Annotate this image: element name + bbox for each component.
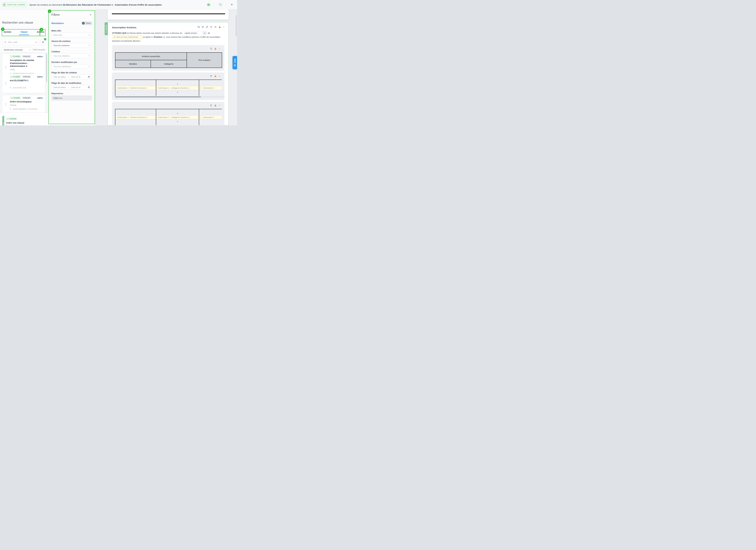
drag-handle-icon[interactable] — [5, 82, 6, 85]
clause-side-tab[interactable]: CLAUSE — [105, 22, 108, 35]
gavel-icon — [11, 56, 13, 57]
paragraph-line-1: ATTENDU QUE la Fiducie désire souscrire … — [112, 31, 225, 35]
capital-actions-select[interactable]: capital-actions — [183, 31, 207, 35]
unlocked-lock-icon[interactable] — [214, 75, 217, 77]
table-row-card: Actionnaire 1 - Nombre d'actions 2 « Act… — [112, 102, 224, 125]
document-page-top — [108, 9, 229, 20]
creator-placeholder: Tous les créateurs — [53, 55, 70, 57]
prix-input-cell: Actionnaire 1 - — [199, 109, 222, 125]
modified-range-picker[interactable]: Date de début – Date de fin — [51, 85, 92, 89]
unlocked-lock-icon[interactable] — [218, 26, 221, 28]
clause-card-subtitle: Trousse — [10, 104, 43, 106]
clause-card-tags: AUCUN MOT-CLÉ — [10, 87, 43, 89]
nombre-actions-input[interactable]: Actionnaire 1 - Nombre d'actions 1 — [115, 86, 156, 90]
actions-row-table: Actionnaire 1 - Nombre d'actions 2 « Act… — [115, 109, 222, 125]
chevron-down-icon — [88, 44, 90, 46]
search-input[interactable] — [8, 41, 34, 43]
prix-unitaire-input[interactable]: Actionnaire 1 - — [201, 86, 222, 90]
create-clause-card[interactable]: CLAUSE Créer une clause Pour ajouter fai… — [2, 116, 45, 125]
date-start-placeholder: Date de début — [53, 86, 66, 88]
document-scrollbar-thumb[interactable] — [236, 15, 237, 36]
unlocked-lock-icon[interactable] — [214, 47, 217, 50]
sidebar-scrollbar[interactable] — [46, 54, 47, 82]
tab-clause[interactable]: Clause — [21, 30, 28, 35]
drag-handle-icon[interactable] — [5, 103, 6, 106]
nombre-actions-input[interactable]: Actionnaire 1 - Nombre d'actions 2 — [115, 115, 156, 119]
date-end-placeholder: Date de fin — [71, 76, 81, 78]
tags-text: AVERTISSEMENT, UTILISATION — [13, 108, 37, 110]
unlocked-lock-icon[interactable] — [214, 104, 217, 107]
directories-field: Edilex Inc. — [51, 95, 92, 101]
categorie-actions-input[interactable]: Actionnaire 1 - Catégorie d'actions 1 — [156, 86, 199, 90]
directories-label: Répertoires — [51, 92, 63, 95]
chevron-down-icon — [88, 34, 90, 36]
delete-trash-icon[interactable] — [210, 104, 212, 107]
categorie-cell: Catégorie — [151, 60, 187, 68]
date-end-placeholder: Date de fin — [71, 86, 81, 88]
create-clause-panel: CLAUSE Créer une clause Pour ajouter fai… — [0, 113, 48, 125]
history-icon[interactable] — [197, 26, 200, 28]
filters-panel: Filtres ✕ Réinitialiser 1 Filtres Mots-c… — [48, 9, 95, 125]
avatar[interactable]: SK — [207, 3, 211, 7]
source-select[interactable]: Tous les contenus — [51, 43, 92, 48]
horizontal-scrollbar-thumb[interactable] — [115, 96, 201, 97]
clause-badge-label: CLAUSE — [13, 55, 20, 57]
date-start-placeholder: Date de début — [53, 76, 66, 78]
kebab-menu-icon[interactable] — [219, 48, 221, 50]
badge-row: CLAUSE PUBLIÉE edilex — [10, 55, 43, 58]
status-badge: PUBLIÉE — [22, 75, 31, 78]
create-clause-title: Créer une clause — [6, 121, 43, 124]
categorie-input-cell: « Actionnaire 1 - Catégorie d'actions 2 … — [156, 109, 199, 125]
clause-card[interactable]: CLAUSE PUBLIÉE edilex test ELIZABETH 1 A… — [2, 74, 45, 93]
nombre-input-cell: Actionnaire 1 - Nombre d'actions 2 — [115, 109, 156, 125]
modified-by-select[interactable]: Tous les utilisateurs — [51, 64, 92, 69]
edit-pencil-icon[interactable] — [206, 26, 208, 28]
replace-repeat-icon[interactable] — [214, 26, 217, 28]
kebab-menu-icon[interactable] — [223, 26, 225, 28]
created-range-label: Plage de date de création — [51, 71, 77, 74]
help-side-tab[interactable]: Aide — [233, 56, 237, 69]
ajout-de-clauses-button[interactable]: » AJOUT DE CLAUSES — [2, 3, 27, 7]
creator-select[interactable]: Tous les créateurs — [51, 54, 92, 58]
create-card-drag-bar[interactable] — [2, 116, 4, 125]
clause-type-badge: CLAUSE — [10, 75, 21, 78]
create-clause-description: Pour ajouter faire glisser vers la table… — [6, 125, 43, 125]
actions-row-table: Actionnaire 1 - Nombre d'actions 1 « Act… — [115, 80, 222, 96]
modified-range-label: Plage de date de modification — [51, 82, 81, 84]
paragraph-line-2: A- nom ou nom commercial (ci-après l'« É… — [112, 35, 225, 39]
drag-handle-icon[interactable] — [5, 66, 6, 68]
clause-card-title: Ordre chronologique — [10, 100, 43, 103]
gavel-icon — [7, 118, 9, 120]
badge-row: CLAUSE PUBLIÉE edilex — [10, 75, 43, 78]
chevron-down-icon — [29, 49, 31, 51]
sort-icon[interactable] — [35, 41, 37, 43]
filters-close-icon[interactable]: ✕ — [90, 13, 91, 16]
clause-type-badge: CLAUSE — [10, 55, 21, 58]
categorie-actions-input[interactable]: Actionnaire 1 - Catégorie d'actions 2 — [156, 115, 199, 119]
kebab-menu-icon[interactable] — [219, 75, 221, 77]
keywords-select[interactable]: Mots-clés — [51, 33, 92, 37]
page-title-document: 02-Décisions des fiduciaires de l'Action… — [63, 3, 162, 6]
help-icon[interactable]: ? — [219, 3, 222, 6]
tab-section[interactable]: Section — [4, 30, 11, 35]
clause-card[interactable]: CLAUSE PUBLIÉE edilex Ordre chronologiqu… — [2, 95, 45, 113]
created-range-picker[interactable]: Date de début – Date de fin — [51, 75, 92, 79]
search-box[interactable] — [2, 39, 39, 45]
delete-trash-icon[interactable] — [210, 26, 212, 28]
prix-unitaire-input[interactable]: Actionnaire 1 - — [201, 115, 222, 119]
delete-trash-icon[interactable] — [210, 75, 212, 77]
reset-filters-link[interactable]: Réinitialiser — [51, 22, 64, 24]
actions-header-table: Actions souscrites Prix unitaire Nombre … — [115, 52, 222, 68]
chevron-down-icon — [88, 55, 90, 57]
add-comment-icon[interactable] — [202, 26, 204, 28]
page-title: Ajouter du contenu au document 02-Décisi… — [29, 0, 162, 9]
clause-badge-label: CLAUSE — [10, 118, 16, 120]
delete-trash-icon[interactable] — [210, 47, 212, 50]
kebab-menu-icon[interactable] — [219, 104, 221, 106]
emitter-name-input[interactable]: A- nom ou nom commercial — [112, 35, 142, 39]
clause-title: Souscription d'actions — [112, 26, 136, 29]
row-table-clip: Actionnaire 1 - Nombre d'actions 2 « Act… — [115, 109, 222, 125]
sort-select-value: Modification (récente) — [4, 49, 23, 51]
close-icon[interactable]: ✕ — [231, 3, 233, 6]
sort-select[interactable]: Modification (récente) — [2, 47, 33, 52]
